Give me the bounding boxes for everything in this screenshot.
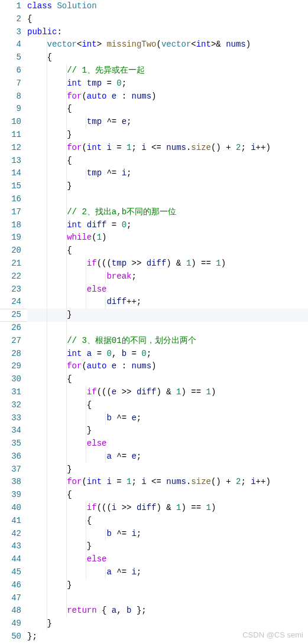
code-line: break; (27, 270, 308, 283)
code-line: b ^= e; (27, 412, 308, 425)
line-number: 4 (0, 38, 21, 51)
code-line: if(((tmp >> diff) & 1) == 1) (27, 257, 308, 270)
line-number: 20 (0, 244, 21, 257)
line-number: 45 (0, 566, 21, 579)
code-line: // 1、先异或在一起 (27, 64, 308, 77)
line-number: 27 (0, 335, 21, 348)
line-number: 31 (0, 386, 21, 399)
line-number: 30 (0, 373, 21, 386)
line-number: 36 (0, 450, 21, 463)
line-number: 23 (0, 283, 21, 296)
code-line: { (27, 51, 308, 64)
code-editor: 1234567891011121314151617181920212223242… (0, 0, 308, 643)
line-number: 25 (0, 309, 21, 322)
code-line: b ^= i; (27, 528, 308, 541)
code-line: tmp ^= e; (27, 116, 308, 129)
code-line: else (27, 283, 308, 296)
code-line: vector<int> missingTwo(vector<int>& nums… (27, 38, 308, 51)
line-number: 47 (0, 592, 21, 605)
line-number: 43 (0, 540, 21, 553)
line-number: 7 (0, 77, 21, 90)
line-number: 19 (0, 231, 21, 244)
code-line: for(auto e : nums) (27, 360, 308, 373)
line-number: 5 (0, 51, 21, 64)
code-line: // 3、根据01的不同，划分出两个 (27, 335, 308, 348)
code-line: // 2、找出a,b不同的那一位 (27, 206, 308, 219)
line-number: 21 (0, 257, 21, 270)
line-number: 44 (0, 553, 21, 566)
code-line: { (27, 515, 308, 528)
code-line: public: (27, 26, 308, 39)
line-number: 16 (0, 193, 21, 206)
code-line: { (27, 103, 308, 116)
code-line: else (27, 437, 308, 450)
line-number: 15 (0, 180, 21, 193)
line-number: 28 (0, 348, 21, 361)
code-line: { (27, 155, 308, 168)
line-number: 3 (0, 26, 21, 39)
code-line: a ^= e; (27, 450, 308, 463)
line-number: 39 (0, 489, 21, 502)
code-line: { (27, 399, 308, 412)
code-line: if(((e >> diff) & 1) == 1) (27, 386, 308, 399)
line-number: 14 (0, 167, 21, 180)
code-line: int diff = 0; (27, 219, 308, 232)
line-number: 37 (0, 463, 21, 476)
code-line: diff++; (27, 296, 308, 309)
line-number: 17 (0, 206, 21, 219)
line-number: 38 (0, 476, 21, 489)
code-line: } (27, 180, 308, 193)
watermark: CSDN @CS semi (242, 629, 303, 642)
code-area: class Solution{public: vector<int> missi… (27, 0, 308, 643)
code-line: int tmp = 0; (27, 77, 308, 90)
line-number: 2 (0, 13, 21, 26)
line-number: 32 (0, 399, 21, 412)
code-line: { (27, 244, 308, 257)
code-line: else (27, 553, 308, 566)
line-number: 24 (0, 296, 21, 309)
code-line: { (27, 373, 308, 386)
line-number: 42 (0, 528, 21, 541)
line-number: 9 (0, 103, 21, 116)
code-line: for(int i = 1; i <= nums.size() + 2; i++… (27, 476, 308, 489)
line-number: 8 (0, 90, 21, 103)
line-number: 18 (0, 219, 21, 232)
code-line: class Solution (27, 0, 308, 13)
code-line: for(int i = 1; i <= nums.size() + 2; i++… (27, 142, 308, 155)
line-number: 22 (0, 270, 21, 283)
line-number: 29 (0, 360, 21, 373)
code-line: int a = 0, b = 0; (27, 348, 308, 361)
line-number: 41 (0, 515, 21, 528)
code-line: { (27, 13, 308, 26)
code-line (27, 322, 308, 335)
line-number: 6 (0, 64, 21, 77)
code-line: } (27, 424, 308, 437)
code-line: for(auto e : nums) (27, 90, 308, 103)
line-number: 10 (0, 116, 21, 129)
line-number: 13 (0, 155, 21, 168)
line-number: 26 (0, 322, 21, 335)
code-line (27, 193, 308, 206)
line-number: 12 (0, 142, 21, 155)
code-line: { (27, 489, 308, 502)
code-line: if(((i >> diff) & 1) == 1) (27, 502, 308, 515)
code-line (27, 592, 308, 605)
line-number: 46 (0, 579, 21, 592)
code-line: } (27, 540, 308, 553)
code-line: } (27, 309, 308, 322)
line-number: 1 (0, 0, 21, 13)
code-line: tmp ^= i; (27, 167, 308, 180)
line-number: 11 (0, 129, 21, 142)
line-number: 50 (0, 630, 21, 643)
code-line: } (27, 579, 308, 592)
code-line: } (27, 463, 308, 476)
line-number: 34 (0, 424, 21, 437)
code-line: } (27, 129, 308, 142)
line-number: 48 (0, 604, 21, 617)
line-number: 35 (0, 437, 21, 450)
line-number: 40 (0, 502, 21, 515)
line-number-gutter: 1234567891011121314151617181920212223242… (0, 0, 27, 643)
line-number: 49 (0, 617, 21, 630)
code-line: return { a, b }; (27, 604, 308, 617)
line-number: 33 (0, 412, 21, 425)
